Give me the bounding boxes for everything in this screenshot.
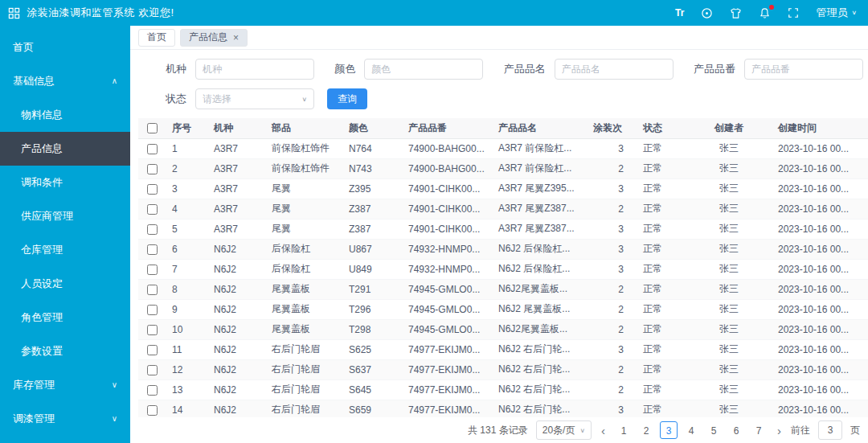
table-cell: 张三: [686, 239, 772, 259]
table-cell: 张三: [686, 219, 772, 239]
row-checkbox-cell: [138, 239, 166, 259]
page-number-3[interactable]: 3: [660, 421, 678, 439]
row-checkbox-cell: [138, 219, 166, 239]
table-cell: A3R7: [207, 158, 265, 178]
table-row[interactable]: 7N6J2后保险杠U84974932-HNMP0...N6J2 后保险杠...3…: [138, 259, 868, 279]
table-cell: 后保险杠: [265, 239, 342, 259]
sidebar-item-人员设定[interactable]: 人员设定: [0, 267, 130, 301]
user-menu[interactable]: 管理员 ∨: [816, 0, 857, 26]
table-row[interactable]: 2A3R7前保险杠饰件N74374900-BAHG00...A3R7 前保险杠.…: [138, 158, 868, 178]
filter-input-颜色[interactable]: [364, 59, 483, 80]
row-checkbox[interactable]: [147, 204, 158, 215]
theme-skin-icon[interactable]: [730, 0, 742, 26]
table-cell: 右后门轮眉: [265, 339, 342, 359]
sidebar-item-仓库管理[interactable]: 仓库管理: [0, 233, 130, 267]
table-row[interactable]: 13N6J2右后门轮眉S64574977-EKIJM0...N6J2 右后门轮.…: [138, 379, 868, 400]
table-cell: N6J2: [207, 379, 265, 400]
table-row[interactable]: 3A3R7尾翼Z39574901-CIHK00...A3R7 尾翼Z395...…: [138, 178, 868, 199]
row-checkbox[interactable]: [147, 345, 158, 355]
table-row[interactable]: 11N6J2右后门轮眉S62574977-EKIJM0...N6J2 右后门轮.…: [138, 339, 868, 359]
page-number-1[interactable]: 1: [615, 421, 633, 439]
row-checkbox[interactable]: [147, 285, 158, 295]
sidebar-item-供应商管理[interactable]: 供应商管理: [0, 199, 130, 233]
row-checkbox[interactable]: [147, 184, 158, 195]
page-size-select[interactable]: 20条/页 ∨: [536, 420, 592, 440]
table-row[interactable]: 5A3R7尾翼Z38774901-CIHK00...A3R7 尾翼Z387...…: [138, 219, 868, 239]
select-all-checkbox[interactable]: [147, 123, 158, 133]
table-row[interactable]: 9N6J2尾翼盖板T29674945-GMLO0...N6J2 尾翼盖板...2…: [138, 299, 868, 319]
sidebar-item-调漆管理[interactable]: 调漆管理∨: [0, 402, 130, 436]
table-cell: 正常: [637, 138, 686, 158]
row-checkbox[interactable]: [147, 265, 158, 275]
table-row[interactable]: 6N6J2后保险杠U86774932-HNMP0...N6J2 后保险杠...3…: [138, 239, 868, 259]
filter-input-产品品番[interactable]: [744, 59, 863, 80]
row-checkbox[interactable]: [147, 305, 158, 315]
column-header-创建者: 创建者: [686, 118, 772, 138]
row-checkbox[interactable]: [147, 164, 158, 174]
next-page-button[interactable]: ›: [776, 425, 783, 437]
table-cell: 3: [166, 178, 207, 199]
sidebar-item-库存管理[interactable]: 库存管理∨: [0, 368, 130, 402]
refresh-icon[interactable]: [701, 0, 713, 26]
sidebar-item-产品信息[interactable]: 产品信息: [0, 132, 130, 166]
table-row[interactable]: 10N6J2尾翼盖板T29874945-GMLO0...N6J2尾翼盖板...2…: [138, 319, 868, 339]
row-checkbox[interactable]: [147, 405, 158, 416]
fullscreen-icon[interactable]: [788, 0, 799, 26]
table-row[interactable]: 1A3R7前保险杠饰件N76474900-BAHG00...A3R7 前保险杠.…: [138, 138, 868, 158]
sidebar-item-基础信息[interactable]: 基础信息∧: [0, 64, 130, 98]
sidebar-item-物料信息[interactable]: 物料信息: [0, 98, 130, 132]
sidebar-item-label: 调漆管理: [13, 412, 55, 425]
notification-badge: [769, 5, 774, 10]
sidebar-item-label: 物料信息: [21, 109, 63, 121]
user-name: 管理员: [816, 6, 847, 20]
table-row[interactable]: 8N6J2尾翼盖板T29174945-GMLO0...N6J2尾翼盖板...2正…: [138, 279, 868, 299]
table-cell: 2023-10-16 00...: [772, 299, 868, 319]
row-checkbox[interactable]: [147, 385, 158, 396]
table-cell: A3R7 尾翼Z387...: [492, 219, 587, 239]
table-cell: 正常: [637, 219, 686, 239]
table-cell: 3: [587, 178, 637, 199]
page-number-4[interactable]: 4: [682, 421, 700, 439]
row-checkbox[interactable]: [147, 244, 158, 255]
table-cell: 1: [166, 138, 207, 158]
table-cell: 正常: [637, 299, 686, 319]
sidebar-item-参数设置[interactable]: 参数设置: [0, 334, 130, 368]
table-cell: 张三: [686, 138, 772, 158]
filter-select-状态[interactable]: 请选择∨: [195, 88, 314, 109]
sidebar-item-角色管理[interactable]: 角色管理: [0, 301, 130, 334]
table-cell: 74945-GMLO0...: [402, 279, 492, 299]
page-number-7[interactable]: 7: [750, 421, 768, 439]
table-cell: A3R7 尾翼Z395...: [492, 178, 587, 199]
filter-input-产品品名[interactable]: [555, 59, 674, 80]
table-cell: N6J2 尾翼盖板...: [492, 299, 587, 319]
table-cell: N6J2: [207, 299, 265, 319]
text-size-icon[interactable]: Tr: [675, 0, 684, 26]
goto-page-input[interactable]: [818, 420, 842, 440]
filter-input-机种[interactable]: [195, 59, 314, 80]
tab-首页[interactable]: 首页: [138, 29, 175, 47]
notification-icon[interactable]: [759, 0, 771, 26]
table-cell: 74900-BAHG00...: [402, 158, 492, 178]
row-checkbox[interactable]: [147, 144, 158, 154]
table-cell: 正常: [637, 359, 686, 379]
table-cell: 2023-10-16 00...: [772, 138, 868, 158]
tab-close-icon[interactable]: ×: [233, 33, 239, 43]
sidebar-item-label: 首页: [13, 41, 34, 53]
table-row[interactable]: 4A3R7尾翼Z38774901-CIHK00...A3R7 尾翼Z387...…: [138, 199, 868, 219]
table-cell: 2023-10-16 00...: [772, 319, 868, 339]
search-button[interactable]: 查询: [327, 88, 367, 109]
table-row[interactable]: 12N6J2右后门轮眉S63774977-EKIJM0...N6J2 右后门轮.…: [138, 359, 868, 379]
table-row[interactable]: 14N6J2右后门轮眉S65974977-EKIJM0...N6J2 右后门轮.…: [138, 400, 868, 417]
prev-page-button[interactable]: ‹: [600, 425, 607, 437]
table-cell: 74900-BAHG00...: [402, 138, 492, 158]
row-checkbox[interactable]: [147, 224, 158, 235]
tab-产品信息[interactable]: 产品信息×: [180, 29, 248, 47]
sidebar-item-调和条件[interactable]: 调和条件: [0, 166, 130, 199]
sidebar-item-首页[interactable]: 首页: [0, 31, 130, 64]
page-number-6[interactable]: 6: [727, 421, 745, 439]
page-number-5[interactable]: 5: [705, 421, 723, 439]
table-cell: N6J2: [207, 279, 265, 299]
page-number-2[interactable]: 2: [637, 421, 655, 439]
row-checkbox[interactable]: [147, 325, 158, 335]
row-checkbox[interactable]: [147, 365, 158, 375]
